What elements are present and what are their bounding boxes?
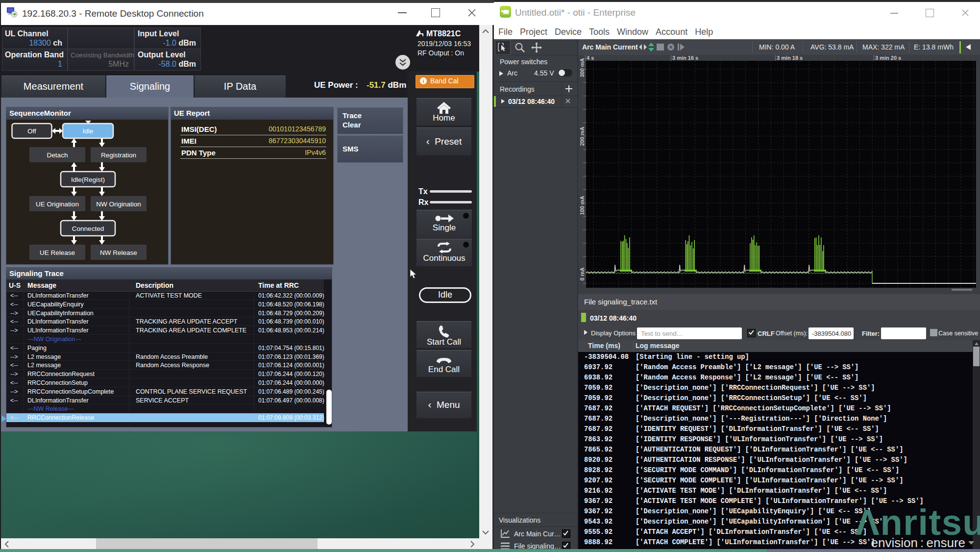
- svg-text:NW Release: NW Release: [100, 249, 137, 256]
- svg-text:Connected: Connected: [72, 225, 104, 232]
- svg-text:Idle: Idle: [83, 127, 94, 135]
- svg-text:UE Release: UE Release: [40, 249, 75, 256]
- svg-text:Detach: Detach: [47, 151, 68, 159]
- svg-text:Registration: Registration: [101, 151, 136, 159]
- svg-text:NW Origination: NW Origination: [96, 201, 141, 208]
- svg-text:UE Origination: UE Origination: [36, 201, 79, 208]
- svg-text:Idle(Regist): Idle(Regist): [71, 176, 105, 183]
- svg-text:Off: Off: [27, 127, 36, 135]
- svg-text:i: i: [422, 78, 424, 84]
